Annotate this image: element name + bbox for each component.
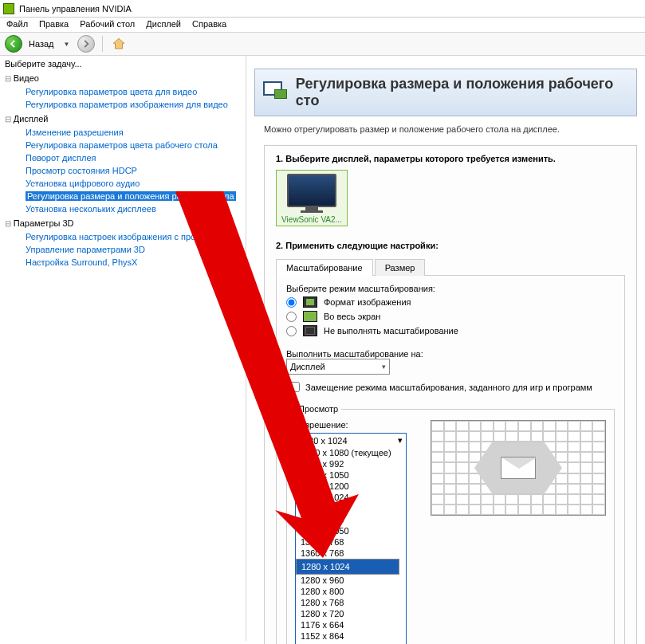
tabs: Масштабирование Размер <box>276 258 625 276</box>
radio-aspect[interactable] <box>286 297 297 308</box>
scaling-mode-label: Выберите режим масштабирования: <box>286 284 615 293</box>
override-checkbox[interactable] <box>289 382 300 392</box>
menu-file[interactable]: Файл <box>6 19 28 29</box>
radio-full[interactable] <box>286 312 297 322</box>
resolution-option[interactable]: 1768 x 992 <box>296 458 406 469</box>
nvidia-icon <box>3 3 14 14</box>
back-label: Назад <box>29 39 54 49</box>
back-dropdown[interactable]: ▼ <box>64 41 70 48</box>
tree-item[interactable]: Установка нескольких дисплеев <box>26 202 241 215</box>
settings-panel: 1. Выберите дисплей, параметры которого … <box>264 145 637 644</box>
resolution-option[interactable]: 1440 x 900 <box>296 514 406 525</box>
tree-category-display[interactable]: Дисплей <box>5 112 241 126</box>
resolution-label: Разрешение: <box>295 420 407 430</box>
tree-category-3d[interactable]: Параметры 3D <box>5 217 241 230</box>
aspect-icon <box>303 296 317 308</box>
envelope-icon <box>501 457 536 479</box>
sidebar-title: Выберите задачу... <box>5 59 241 69</box>
toolbar: Назад ▼ <box>0 33 645 56</box>
forward-button[interactable] <box>77 35 95 53</box>
resolution-option[interactable]: 1176 x 664 <box>296 619 406 630</box>
toolbar-separator <box>102 36 103 52</box>
tree-item[interactable]: Просмотр состояния HDCP <box>26 164 241 177</box>
tree-item[interactable]: Регулировка параметров изображения для в… <box>26 98 241 111</box>
resolution-option[interactable]: 1920 x 1080 (текущее) <box>296 447 406 458</box>
chevron-down-icon: ▾ <box>382 363 386 371</box>
tree-category-video[interactable]: Видео <box>5 72 241 85</box>
perform-on-select[interactable]: Дисплей▾ <box>286 359 390 375</box>
resolution-option[interactable]: 1280 x 800 <box>296 586 406 597</box>
resolution-option[interactable]: 1600 x 1024 <box>296 492 406 503</box>
radio-none[interactable] <box>286 326 297 336</box>
menu-desktop[interactable]: Рабочий стол <box>80 19 135 29</box>
menu-help[interactable]: Справка <box>192 19 226 29</box>
resolution-option[interactable]: 1360 x 768 <box>296 548 406 559</box>
resolution-option[interactable]: 1366 x 768 <box>296 536 406 548</box>
tree-item[interactable]: Регулировка параметров цвета рабочего ст… <box>26 139 241 151</box>
tree-item[interactable]: Управление параметрами 3D <box>26 243 241 256</box>
display-name: ViewSonic VA2... <box>278 215 345 224</box>
resolution-option[interactable]: 1280 x 720 <box>296 608 406 619</box>
tree-item-selected[interactable]: Регулировка размера и положения рабочего… <box>26 190 241 202</box>
radio-none-label: Не выполнять масштабирование <box>324 326 458 336</box>
none-icon <box>303 325 317 336</box>
preview-fieldset: Просмотр Разрешение: 1280 x 1024 ▾ 1920 … <box>286 404 615 644</box>
tree-item[interactable]: Установка цифрового аудио <box>26 177 241 190</box>
preview-legend: Просмотр <box>295 404 341 414</box>
page-intro: Можно отрегулировать размер и положение … <box>264 124 627 134</box>
titlebar: Панель управления NVIDIA <box>0 0 645 18</box>
resolution-select[interactable]: 1280 x 1024 ▾ 1920 x 1080 (текущее)1768 … <box>295 433 407 644</box>
page-header: Регулировка размера и положения рабочего… <box>254 69 637 116</box>
full-icon <box>303 311 317 322</box>
tree-item[interactable]: Регулировка настроек изображения с просм… <box>26 230 241 243</box>
resolution-option[interactable]: 1280 x 768 <box>296 597 406 608</box>
monitor-icon <box>287 174 336 207</box>
tree-item[interactable]: Настройка Surround, PhysX <box>26 256 241 269</box>
menu-edit[interactable]: Правка <box>39 19 69 29</box>
home-button[interactable] <box>110 35 128 53</box>
chevron-down-icon: ▾ <box>398 435 403 446</box>
step1-heading: 1. Выберите дисплей, параметры которого … <box>276 154 625 163</box>
step2-heading: 2. Применить следующие настройки: <box>276 241 625 250</box>
tab-size[interactable]: Размер <box>375 259 426 276</box>
perform-on-label: Выполнить масштабирование на: <box>286 349 615 359</box>
resolution-option[interactable]: 1280 x 960 <box>296 575 406 586</box>
display-tile[interactable]: ViewSonic VA2... <box>276 170 348 226</box>
back-button[interactable] <box>5 35 22 53</box>
resolution-option[interactable]: 1680 x 1050 <box>296 469 406 481</box>
resolution-option[interactable]: 1280 x 1024 <box>296 559 399 575</box>
radio-full-label: Во весь экран <box>324 312 380 321</box>
page-title: Регулировка размера и положения рабочего… <box>296 76 628 109</box>
header-icon <box>263 81 288 104</box>
sidebar: Выберите задачу... Видео Регулировка пар… <box>0 56 246 641</box>
menu-display[interactable]: Дисплей <box>146 19 181 29</box>
resolution-value: 1280 x 1024 <box>299 436 348 446</box>
resolution-option[interactable]: 1600 x 900 <box>296 503 406 514</box>
radio-aspect-label: Формат изображения <box>324 297 411 307</box>
tab-scaling[interactable]: Масштабирование <box>276 259 373 276</box>
resolution-option[interactable]: 1600 x 1200 <box>296 481 406 492</box>
resolution-option[interactable]: 1152 x 864 <box>296 630 406 642</box>
tree-item[interactable]: Поворот дисплея <box>26 151 241 164</box>
override-label: Замещение режима масштабирования, заданн… <box>305 383 592 392</box>
tab-body: Выберите режим масштабирования: Формат и… <box>276 276 625 644</box>
test-pattern: document.write(Array.from({length:14*9})… <box>431 420 606 516</box>
tree-item[interactable]: Регулировка параметров цвета для видео <box>26 85 241 98</box>
window-title: Панель управления NVIDIA <box>19 4 132 14</box>
content-pane: Регулировка размера и положения рабочего… <box>246 56 645 641</box>
menubar: Файл Правка Рабочий стол Дисплей Справка <box>0 18 645 33</box>
resolution-option[interactable]: 1400 x 1050 <box>296 525 406 536</box>
tree-item[interactable]: Изменение разрешения <box>26 126 241 139</box>
